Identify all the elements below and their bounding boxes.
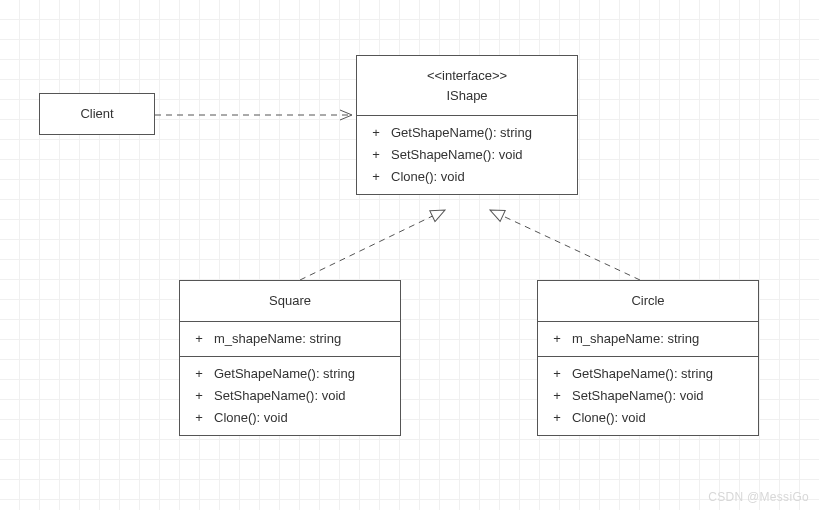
attribute: + m_shapeName: string — [190, 328, 390, 350]
class-name: IShape — [365, 86, 569, 106]
operation: + Clone(): void — [367, 166, 567, 188]
operations: + GetShapeName(): string + SetShapeName(… — [180, 356, 400, 435]
signature: m_shapeName: string — [208, 328, 390, 350]
operations: + GetShapeName(): string + SetShapeName(… — [538, 356, 758, 435]
visibility: + — [190, 328, 208, 350]
signature: GetShapeName(): string — [566, 363, 748, 385]
signature: Clone(): void — [385, 166, 567, 188]
realization-circle-ishape — [490, 210, 640, 280]
watermark: CSDN @MessiGo — [708, 490, 809, 504]
visibility: + — [190, 407, 208, 429]
class-title: Circle — [538, 281, 758, 321]
signature: GetShapeName(): string — [385, 122, 567, 144]
visibility: + — [548, 407, 566, 429]
visibility: + — [190, 385, 208, 407]
operation: + SetShapeName(): void — [367, 144, 567, 166]
attribute: + m_shapeName: string — [548, 328, 748, 350]
visibility: + — [367, 144, 385, 166]
signature: SetShapeName(): void — [385, 144, 567, 166]
operation: + GetShapeName(): string — [367, 122, 567, 144]
visibility: + — [548, 328, 566, 350]
operation: + SetShapeName(): void — [548, 385, 748, 407]
class-title: Square — [180, 281, 400, 321]
attributes: + m_shapeName: string — [538, 321, 758, 356]
operations: + GetShapeName(): string + SetShapeName(… — [357, 115, 577, 194]
operation: + GetShapeName(): string — [190, 363, 390, 385]
attributes: + m_shapeName: string — [180, 321, 400, 356]
visibility: + — [190, 363, 208, 385]
stereotype: <<interface>> — [365, 66, 569, 86]
signature: Clone(): void — [566, 407, 748, 429]
interface-ishape: <<interface>> IShape + GetShapeName(): s… — [356, 55, 578, 195]
visibility: + — [367, 166, 385, 188]
class-client: Client — [39, 93, 155, 135]
class-circle: Circle + m_shapeName: string + GetShapeN… — [537, 280, 759, 436]
class-title: <<interface>> IShape — [357, 56, 577, 115]
signature: m_shapeName: string — [566, 328, 748, 350]
operation: + Clone(): void — [190, 407, 390, 429]
visibility: + — [548, 363, 566, 385]
signature: SetShapeName(): void — [566, 385, 748, 407]
class-title: Client — [40, 94, 154, 134]
visibility: + — [548, 385, 566, 407]
signature: Clone(): void — [208, 407, 390, 429]
operation: + GetShapeName(): string — [548, 363, 748, 385]
signature: GetShapeName(): string — [208, 363, 390, 385]
class-square: Square + m_shapeName: string + GetShapeN… — [179, 280, 401, 436]
signature: SetShapeName(): void — [208, 385, 390, 407]
operation: + Clone(): void — [548, 407, 748, 429]
realization-square-ishape — [300, 210, 445, 280]
operation: + SetShapeName(): void — [190, 385, 390, 407]
visibility: + — [367, 122, 385, 144]
uml-canvas: Client <<interface>> IShape + GetShapeNa… — [0, 0, 819, 510]
